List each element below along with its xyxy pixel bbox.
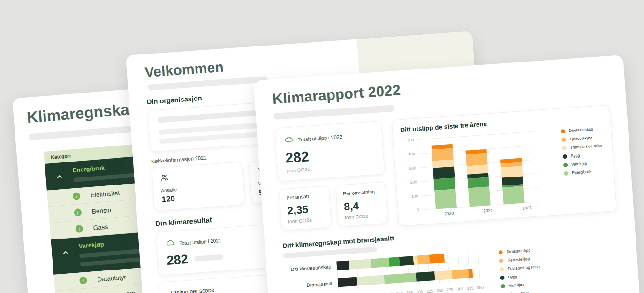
stacked-bar	[431, 144, 456, 209]
legend-label: Varekjøp	[571, 161, 587, 167]
legend-label: Varekjøp	[508, 282, 524, 288]
bar-segment	[384, 273, 416, 284]
bar-segment	[371, 258, 389, 268]
bar-segment	[399, 256, 414, 266]
legend-dot	[500, 275, 505, 280]
legend-label: Transport og reise	[508, 264, 540, 271]
legend-item: Bygg	[563, 151, 603, 159]
legend-dot	[561, 129, 566, 133]
x-axis-tick: 175	[406, 290, 413, 293]
legend-item: Transport og reise	[562, 143, 602, 150]
legend-dot	[499, 258, 504, 263]
x-axis-tick: 150	[396, 291, 403, 293]
legend-dot	[563, 154, 568, 159]
y-axis-tick: 200	[405, 179, 417, 185]
category-item-label: Programvare	[98, 289, 136, 293]
chevron-up-icon	[51, 243, 80, 269]
bar-segment	[416, 271, 435, 282]
bar-segment	[429, 254, 445, 264]
benchmark-row-label: Ditt klimaregnskap	[284, 263, 337, 272]
x-axis-tick: 350	[477, 285, 484, 290]
category-item-label: Gass	[93, 223, 108, 231]
per-metric-value: 2,35	[287, 202, 324, 217]
legend-label: Tjenestekjøp	[507, 256, 530, 262]
legend-dot	[498, 250, 503, 254]
legend-dot	[564, 171, 568, 176]
x-axis-tick: 2022	[516, 205, 538, 211]
per-metric-label: Per ansatt	[286, 192, 323, 200]
total-utslipp-card: Totalt utslipp i 2022 282 tonn CO2e	[274, 121, 385, 182]
x-axis-tick: 250	[436, 288, 443, 293]
bar-segment	[336, 261, 349, 270]
x-axis-tick: 300	[456, 286, 463, 292]
info-icon[interactable]: i	[79, 276, 87, 284]
x-axis-tick: 2020	[439, 210, 460, 216]
bar-segment	[338, 277, 358, 287]
category-item-label: Datautstyr	[97, 273, 127, 283]
legend-label: Energibruk	[509, 290, 529, 293]
result-value: 282	[167, 252, 189, 268]
per-metric-unit: tonn CO2e	[344, 212, 381, 220]
per-metric-value: 8,4	[343, 198, 380, 213]
legend-label: Energibruk	[572, 169, 591, 175]
legend-item: Transport og reise	[500, 264, 540, 271]
bar-segment	[469, 186, 491, 207]
placeholder-bar	[28, 125, 143, 141]
legend-dot	[561, 137, 566, 142]
bar-segment	[502, 186, 524, 204]
emissions-chart-card: Ditt utslipp de siste tre årene 01002003…	[392, 105, 617, 226]
bar-segment	[466, 153, 488, 166]
placeholder-bar	[194, 254, 224, 262]
legend-item: Tjenestekjøp	[561, 134, 602, 142]
result-label: Totalt utslipp i 2021	[179, 238, 222, 246]
y-axis-tick: 100	[406, 193, 418, 199]
legend-dot	[563, 162, 568, 167]
per-metric-unit: tonn CO2e	[288, 216, 325, 224]
category-item-label: Bensin	[91, 206, 111, 215]
cloud-icon	[165, 238, 175, 250]
card-klimarapport: Klimarapport 2022 Totalt utslipp i 2022 …	[253, 55, 644, 293]
x-axis-tick: 125	[386, 291, 393, 293]
legend-dot	[500, 284, 505, 288]
chevron-up-icon	[45, 167, 73, 185]
per-metric-card: Per omsetning8,4tonn CO2e	[335, 182, 388, 227]
legend-label: Bygg	[570, 153, 580, 158]
legend-item: Direkteutslipp	[498, 247, 538, 254]
bar-segment	[433, 177, 455, 190]
x-axis-tick: 275	[447, 287, 454, 292]
legend-item: Tjenestekjøp	[499, 255, 539, 263]
emissions-chart-legend: DirekteutslippTjenestekjøpTransport og r…	[561, 126, 604, 176]
page-background: Klimaregnskap Kategori EnergibrukiElektr…	[0, 0, 644, 293]
benchmark-chart-x-ticks: 0255075100125150175200225250275300325350	[339, 285, 480, 293]
metric-card: Ansatte120	[152, 162, 245, 211]
category-item-label: Elektrisitet	[90, 189, 120, 199]
legend-item: Energibruk	[501, 289, 542, 293]
bar-segment	[452, 269, 469, 279]
info-icon[interactable]: i	[75, 225, 83, 233]
stacked-bar	[500, 158, 525, 204]
legend-dot	[562, 146, 567, 150]
info-icon[interactable]: i	[72, 192, 80, 200]
bar-segment	[389, 257, 400, 266]
x-axis-tick: 2021	[477, 208, 499, 214]
legend-item: Varekjøp	[500, 281, 541, 288]
per-metric-label: Per omsetning	[343, 188, 379, 196]
y-axis-tick: 400	[402, 151, 415, 157]
x-axis-tick: 225	[426, 288, 433, 293]
legend-item: Bygg	[500, 272, 540, 280]
bar-segment	[349, 259, 371, 269]
y-axis-tick: 0	[407, 208, 419, 213]
legend-label: Direkteutslipp	[506, 248, 530, 254]
info-icon[interactable]: i	[74, 208, 82, 216]
benchmark-stacked-chart: Ditt klimaregnskapBransjesnitt	[284, 252, 480, 291]
emissions-stacked-chart: 0100200300400500	[417, 132, 539, 210]
total-utslipp-label: Totalt utslipp i 2022	[298, 134, 343, 143]
legend-item: Direkteutslipp	[561, 126, 601, 134]
benchmark-chart-legend: DirekteutslippTjenestekjøpTransport og r…	[498, 247, 542, 293]
cloud-icon	[284, 134, 294, 146]
benchmark-row-label: Bransjesnitt	[285, 280, 338, 289]
legend-item: Energibruk	[564, 168, 604, 176]
legend-item: Varekjøp	[563, 160, 604, 167]
bar-segment	[432, 148, 454, 161]
bar-segment	[468, 269, 473, 278]
